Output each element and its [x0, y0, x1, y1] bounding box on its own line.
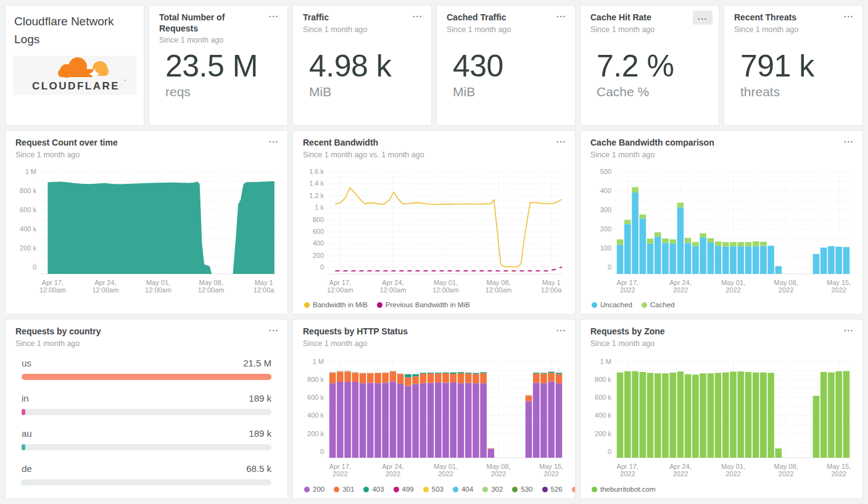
- panel-cache-bandwidth-comparison: Cache Bandwidth comparison Since 1 month…: [580, 130, 863, 315]
- legend-item-cached[interactable]: Cached: [642, 301, 675, 308]
- legend-item-499[interactable]: 499: [394, 485, 414, 493]
- svg-text:800 k: 800 k: [595, 376, 611, 383]
- svg-text:0: 0: [320, 448, 324, 455]
- panel-subtitle: Since 1 month ago vs. 1 month ago: [303, 151, 550, 159]
- country-row-de: de68.5 k: [22, 463, 271, 485]
- panel-title[interactable]: Cached Traffic: [447, 12, 550, 23]
- recent-bandwidth-chart[interactable]: Apr 17,12:00amApr 24,12:00amMay 01,12:00…: [303, 160, 566, 297]
- panel-menu-icon[interactable]: ...: [269, 326, 279, 331]
- svg-text:0: 0: [608, 448, 611, 455]
- panel-menu-icon[interactable]: ...: [844, 137, 854, 142]
- stat-unit: MiB: [309, 85, 391, 99]
- svg-text:Apr 24,: Apr 24,: [669, 463, 691, 470]
- stat-unit: reqs: [165, 85, 258, 99]
- legend-item-526[interactable]: 526: [542, 485, 563, 493]
- panel-menu-icon[interactable]: ...: [269, 12, 279, 17]
- panel-menu-icon[interactable]: ...: [844, 12, 854, 17]
- svg-text:Apr 17,: Apr 17,: [329, 279, 351, 286]
- gauge-track: [22, 374, 271, 380]
- stat-value: 7.2 %: [597, 50, 674, 83]
- legend-color-dot-icon: [482, 487, 488, 492]
- svg-text:12:00am: 12:00am: [327, 286, 353, 294]
- svg-text:May 08,: May 08,: [774, 463, 798, 470]
- legend-item-524[interactable]: 524: [572, 485, 576, 493]
- legend-item-theburritobot-com[interactable]: theburritobot.com: [592, 485, 656, 493]
- legend-label: 403: [372, 485, 384, 493]
- stat-value: 23.5 M: [165, 50, 258, 83]
- stat-body: 23.5 Mreqs: [165, 33, 258, 117]
- legend-item-uncached[interactable]: Uncached: [592, 301, 632, 308]
- panel-title[interactable]: Cache Hit Rate: [590, 12, 694, 23]
- panel-title[interactable]: Request Count over time: [15, 138, 263, 149]
- legend-item-301[interactable]: 301: [334, 485, 354, 493]
- panel-menu-icon[interactable]: ...: [556, 137, 566, 142]
- panel-menu-icon[interactable]: ...: [556, 12, 566, 17]
- panel-title[interactable]: Recent Threats: [734, 12, 838, 23]
- panel-menu-icon[interactable]: ...: [844, 326, 854, 331]
- svg-text:Apr 24,: Apr 24,: [382, 279, 403, 286]
- legend-color-dot-icon: [363, 487, 369, 492]
- svg-text:100: 100: [600, 244, 611, 252]
- legend-color-dot-icon: [394, 487, 399, 492]
- svg-text:1.4 k: 1.4 k: [309, 180, 324, 187]
- panel-menu-icon[interactable]: ...: [269, 137, 279, 142]
- cache-bandwidth-chart[interactable]: Apr 17,2022Apr 24,2022May 01,2022May 08,…: [590, 160, 854, 297]
- panel-menu-icon[interactable]: ...: [413, 12, 423, 17]
- panel-header: Recent ThreatsSince 1 month ago: [724, 6, 862, 34]
- panel-title[interactable]: Requests by Zone: [590, 326, 838, 337]
- legend-item-503[interactable]: 503: [423, 485, 444, 493]
- svg-text:2022: 2022: [831, 286, 846, 294]
- svg-text:12:00am: 12:00am: [380, 286, 407, 294]
- bottom-charts-row: Requests by country Since 1 month ago ..…: [0, 315, 868, 499]
- panel-title[interactable]: Requests by HTTP Status: [303, 326, 550, 337]
- svg-text:12:00a: 12:00a: [254, 286, 275, 294]
- top-stats-row: Cloudflare Network Logs CLOUDFLARE ' Tot…: [0, 0, 868, 126]
- country-value: 68.5 k: [246, 463, 271, 474]
- svg-text:': ': [125, 78, 126, 85]
- panel-header: Requests by HTTP Status Since 1 month ag…: [293, 320, 575, 348]
- panel-menu-icon[interactable]: ...: [556, 326, 566, 331]
- panel-header: Requests by country Since 1 month ago: [6, 320, 287, 348]
- legend-label: 530: [521, 485, 532, 493]
- legend-item-200[interactable]: 200: [304, 485, 324, 493]
- svg-text:1.6 k: 1.6 k: [309, 168, 324, 175]
- panel-header: Recent Bandwidth Since 1 month ago vs. 1…: [293, 131, 575, 159]
- panel-requests-by-zone: Requests by Zone Since 1 month ago ... A…: [580, 319, 863, 499]
- stat-unit: Cache %: [597, 85, 674, 99]
- legend-item-403[interactable]: 403: [363, 485, 384, 493]
- panel-requests-by-country: Requests by country Since 1 month ago ..…: [5, 319, 288, 499]
- svg-text:1 M: 1 M: [600, 358, 611, 365]
- stat-unit: threats: [740, 85, 814, 99]
- svg-text:2022: 2022: [386, 470, 400, 477]
- legend-item-previous-bandwidth-in-mib[interactable]: Previous Bandwidth in MiB: [377, 301, 470, 308]
- chart-legend: theburritobot.com: [592, 485, 656, 493]
- legend-color-dot-icon: [542, 487, 548, 492]
- svg-text:600: 600: [313, 228, 324, 235]
- zone-chart[interactable]: Apr 17,2022Apr 24,2022May 01,2022May 08,…: [590, 349, 854, 481]
- legend-item-302[interactable]: 302: [482, 485, 503, 493]
- panel-title[interactable]: Requests by country: [15, 326, 263, 337]
- panel-title[interactable]: Traffic: [303, 12, 407, 23]
- legend-item-bandwidth-in-mib[interactable]: Bandwidth in MiB: [304, 301, 368, 308]
- svg-text:May 08,: May 08,: [199, 279, 223, 286]
- panel-title[interactable]: Total Number of Requests: [159, 12, 263, 34]
- legend-item-404[interactable]: 404: [453, 485, 473, 493]
- request-count-chart[interactable]: Apr 17,12:00amApr 24,12:00amMay 01,12:00…: [15, 160, 279, 297]
- legend-item-530[interactable]: 530: [512, 485, 532, 493]
- stat-value: 4.98 k: [309, 50, 391, 83]
- panel-title[interactable]: Recent Bandwidth: [303, 138, 550, 149]
- stat-panel-cache-hit-rate: Cache Hit RateSince 1 month ago...7.2 %C…: [580, 5, 719, 126]
- stat-body: 791 kthreats: [740, 33, 814, 117]
- svg-text:Apr 24,: Apr 24,: [669, 279, 691, 286]
- chart-legend: 200301403499503404302530526524: [304, 485, 576, 493]
- panel-menu-icon[interactable]: ...: [693, 10, 713, 25]
- stat-body: 430MiB: [453, 33, 503, 117]
- svg-text:12:00am: 12:00am: [93, 286, 119, 294]
- svg-text:May 01,: May 01,: [434, 463, 458, 470]
- http-status-chart[interactable]: Apr 17,2022Apr 24,2022May 01,2022May 08,…: [303, 349, 566, 481]
- svg-text:800 k: 800 k: [20, 187, 36, 194]
- panel-header: TrafficSince 1 month ago: [293, 6, 431, 34]
- panel-title[interactable]: Cache Bandwidth comparison: [590, 138, 838, 149]
- svg-text:400 k: 400 k: [307, 411, 324, 419]
- svg-text:May 15,: May 15,: [539, 463, 563, 470]
